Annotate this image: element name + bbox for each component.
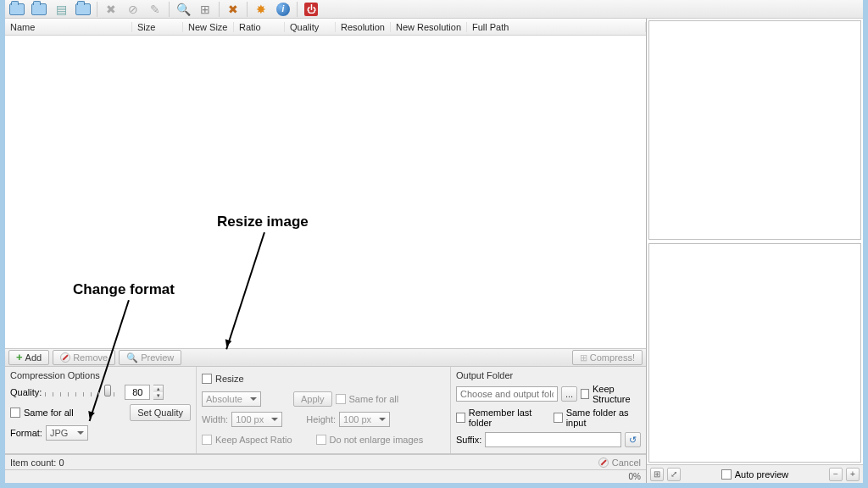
resize-mode-value: Absolute: [206, 394, 242, 404]
toolbar-separator: [247, 2, 248, 17]
document-icon[interactable]: ▤: [53, 1, 70, 18]
remember-checkbox[interactable]: [456, 413, 465, 423]
compression-panel: Compression Options Quality: ▲▼ Same for…: [5, 367, 196, 453]
quality-spinner[interactable]: ▲▼: [153, 385, 164, 400]
main-toolbar: ▤ ✖ ⊘ ✎ 🔍 ⊞ ✖ ✸ i ⏻: [5, 0, 863, 19]
remove-icon[interactable]: ⊘: [125, 1, 142, 18]
zoom-icon[interactable]: 🔍: [175, 1, 192, 18]
cancel-icon: [598, 458, 609, 468]
settings-gear-icon[interactable]: ✸: [253, 1, 270, 18]
output-title: Output Folder: [456, 370, 641, 380]
compress-button[interactable]: ⊞Compress!: [572, 350, 643, 365]
progress-value: 0%: [629, 472, 641, 481]
compress-icon[interactable]: ⊞: [197, 1, 214, 18]
apply-button[interactable]: Apply: [293, 391, 332, 407]
file-table-header: Name Size New Size Ratio Quality Resolut…: [5, 19, 646, 36]
preview-before: [648, 20, 861, 240]
keep-structure-label: Keep Structure: [593, 384, 641, 404]
resize-title: Resize: [215, 374, 244, 384]
resize-mode-select[interactable]: Absolute: [202, 391, 261, 407]
keep-aspect-label: Keep Aspect Ratio: [215, 435, 292, 445]
format-select[interactable]: JPG: [46, 425, 88, 441]
new-folder-icon[interactable]: [31, 1, 47, 18]
auto-preview-label: Auto preview: [735, 469, 789, 480]
col-quality[interactable]: Quality: [285, 22, 336, 32]
keep-aspect-checkbox[interactable]: [202, 435, 212, 445]
preview-footer: ⊞ ⤢ Auto preview − +: [647, 464, 863, 483]
format-value: JPG: [50, 428, 68, 438]
suffix-input[interactable]: [485, 432, 621, 447]
col-newresolution[interactable]: New Resolution: [391, 22, 467, 32]
open-folder-icon[interactable]: [8, 1, 25, 18]
right-column: ⊞ ⤢ Auto preview − +: [647, 19, 863, 483]
progress-bar: 0%: [5, 469, 646, 483]
height-value: 100 px: [343, 414, 371, 424]
tools-icon[interactable]: ✖: [225, 1, 242, 18]
item-count: Item count: 0: [10, 458, 64, 468]
width-value: 100 px: [236, 414, 264, 424]
format-label: Format:: [10, 428, 42, 438]
resize-panel: Resize Absolute Apply Same for all Width…: [196, 367, 450, 453]
resize-checkbox[interactable]: [202, 374, 212, 384]
width-label: Width:: [202, 414, 228, 424]
remember-label: Remember last folder: [469, 408, 547, 428]
cancel-label[interactable]: Cancel: [612, 458, 641, 468]
set-quality-label: Set Quality: [137, 408, 183, 418]
same-folder-checkbox[interactable]: [554, 413, 563, 423]
quality-input[interactable]: [125, 385, 150, 400]
reset-suffix-button[interactable]: ↺: [625, 432, 641, 447]
add-button[interactable]: +Add: [8, 350, 49, 365]
browse-label: ...: [565, 389, 573, 399]
same-for-all-label: Same for all: [24, 408, 74, 418]
set-quality-button[interactable]: Set Quality: [130, 404, 191, 421]
compress-button-label: Compress!: [590, 352, 635, 363]
apply-label: Apply: [301, 394, 325, 404]
file-table-body[interactable]: Resize image Change format: [5, 36, 646, 348]
power-icon[interactable]: ⏻: [303, 1, 320, 18]
info-icon[interactable]: i: [275, 1, 292, 18]
auto-preview-checkbox[interactable]: [721, 469, 732, 480]
output-folder-input[interactable]: [456, 386, 558, 402]
browse-button[interactable]: ...: [561, 386, 577, 402]
same-folder-label: Same folder as input: [566, 408, 641, 428]
height-label: Height:: [306, 414, 336, 424]
zoom-in-icon[interactable]: +: [846, 468, 860, 481]
folder-icon[interactable]: [75, 1, 92, 18]
add-button-label: Add: [25, 352, 42, 363]
delete-icon[interactable]: ✖: [103, 1, 120, 18]
left-column: Name Size New Size Ratio Quality Resolut…: [5, 19, 647, 483]
quality-label: Quality:: [10, 387, 42, 397]
toolbar-separator: [97, 2, 97, 17]
no-enlarge-checkbox[interactable]: [316, 435, 326, 445]
remove-button[interactable]: Remove: [53, 350, 115, 365]
options-row: Compression Options Quality: ▲▼ Same for…: [5, 367, 646, 454]
col-name[interactable]: Name: [5, 22, 132, 32]
same-for-all-checkbox[interactable]: [10, 408, 20, 418]
col-newsize[interactable]: New Size: [183, 22, 234, 32]
resize-same-checkbox[interactable]: [336, 394, 346, 404]
remove-button-label: Remove: [73, 352, 108, 363]
compression-title: Compression Options: [10, 370, 191, 380]
col-resolution[interactable]: Resolution: [336, 22, 391, 32]
toolbar-separator: [169, 2, 170, 17]
height-select[interactable]: 100 px: [339, 412, 390, 427]
col-fullpath[interactable]: Full Path: [467, 22, 646, 32]
clear-icon[interactable]: ✎: [147, 1, 164, 18]
fit-icon[interactable]: ⊞: [650, 468, 664, 481]
annotation-resize: Resize image: [217, 214, 309, 230]
output-panel: Output Folder ... Keep Structure Remembe…: [450, 367, 646, 453]
no-enlarge-label: Do not enlarge images: [330, 435, 424, 445]
toolbar-separator: [219, 2, 220, 17]
quality-slider[interactable]: [45, 386, 121, 398]
suffix-label: Suffix:: [456, 435, 481, 445]
keep-structure-checkbox[interactable]: [581, 389, 589, 399]
col-size[interactable]: Size: [132, 22, 183, 32]
zoom-out-icon[interactable]: −: [829, 468, 843, 481]
annotation-format: Change format: [73, 281, 175, 298]
preview-button[interactable]: 🔍Preview: [119, 350, 181, 365]
col-ratio[interactable]: Ratio: [234, 22, 285, 32]
expand-icon[interactable]: ⤢: [667, 468, 681, 481]
toolbar-separator: [297, 2, 298, 17]
width-select[interactable]: 100 px: [231, 412, 282, 427]
arrow-resize: [225, 232, 265, 350]
